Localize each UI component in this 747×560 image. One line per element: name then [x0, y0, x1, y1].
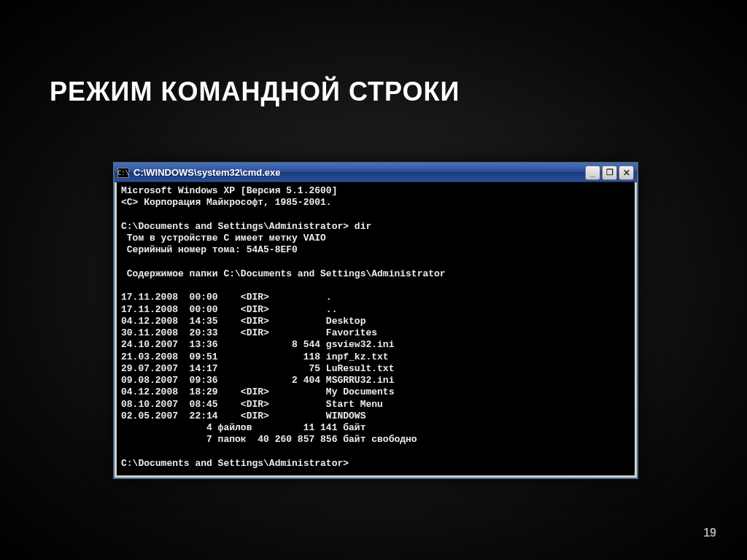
maximize-button[interactable]: ❐	[602, 166, 617, 180]
dir-row: 02.05.2007 22:14 <DIR> WINDOWS	[121, 411, 365, 421]
dir-row: 30.11.2008 20:33 <DIR> Favorites	[121, 327, 377, 338]
dir-row: 04.12.2008 18:29 <DIR> My Documents	[121, 386, 394, 397]
console-line: 4 файлов 11 141 байт	[121, 422, 365, 433]
console-line: C:\Documents and Settings\Administrator>…	[121, 221, 371, 232]
dir-row: 24.10.2007 13:36 8 544 gsview32.ini	[121, 339, 394, 350]
console-prompt: C:\Documents and Settings\Administrator>	[121, 458, 349, 469]
dir-row: 29.07.2007 14:17 75 LuResult.txt	[121, 363, 394, 374]
console-line: Серийный номер тома: 54A5-8EF0	[121, 244, 298, 255]
dir-row: 04.12.2008 14:35 <DIR> Desktop	[121, 316, 365, 327]
window-title: C:\WINDOWS\system32\cmd.exe	[133, 167, 585, 178]
titlebar[interactable]: C:\ C:\WINDOWS\system32\cmd.exe _ ❐ ✕	[115, 163, 637, 182]
minimize-button[interactable]: _	[585, 166, 600, 180]
console-line: Содержимое папки C:\Documents and Settin…	[121, 268, 446, 279]
cmd-icon: C:\	[117, 168, 129, 178]
console-line: <C> Корпорация Майкрософт, 1985-2001.	[121, 197, 332, 208]
command-prompt-window: C:\ C:\WINDOWS\system32\cmd.exe _ ❐ ✕ Mi…	[113, 162, 638, 479]
window-controls: _ ❐ ✕	[585, 166, 634, 180]
dir-row: 08.10.2007 08:45 <DIR> Start Menu	[121, 399, 383, 410]
console-line: Том в устройстве C имеет метку VAIO	[121, 233, 326, 244]
page-number: 19	[703, 526, 716, 540]
console-line: Microsoft Windows XP [Версия 5.1.2600]	[121, 185, 337, 196]
console-output[interactable]: Microsoft Windows XP [Версия 5.1.2600] <…	[115, 182, 637, 478]
dir-row: 21.03.2008 09:51 118 inpf_kz.txt	[121, 351, 389, 362]
dir-row: 09.08.2007 09:36 2 404 MSGRRU32.ini	[121, 375, 394, 386]
slide-title: РЕЖИМ КОМАНДНОЙ СТРОКИ	[50, 77, 460, 107]
close-button[interactable]: ✕	[619, 166, 634, 180]
dir-row: 17.11.2008 00:00 <DIR> .	[121, 292, 332, 303]
console-line: 7 папок 40 260 857 856 байт свободно	[121, 434, 417, 445]
dir-row: 17.11.2008 00:00 <DIR> ..	[121, 304, 337, 315]
